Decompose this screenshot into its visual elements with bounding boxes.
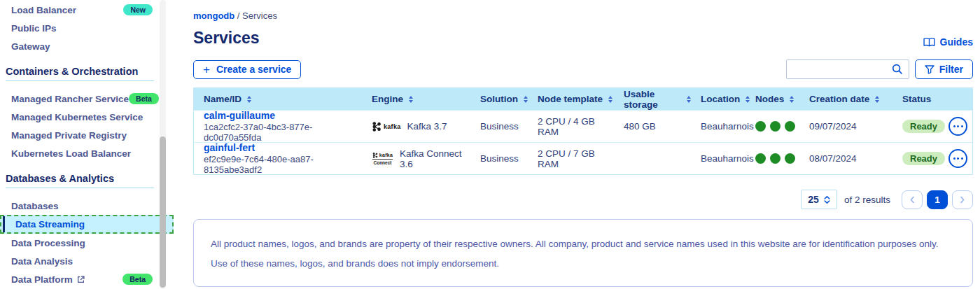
node-status-dot <box>770 153 780 164</box>
breadcrumb: mongodb / Services <box>193 10 973 21</box>
usable-storage-cell: 480 GB <box>614 111 691 143</box>
sidebar-item-data-platform[interactable]: Data Platform Beta <box>0 270 174 288</box>
section-divider <box>6 188 154 188</box>
node-status-dot <box>785 121 795 132</box>
sidebar: Load Balancer New Public IPs Gateway Con… <box>0 0 174 289</box>
column-header-nodes[interactable]: Nodes <box>746 88 799 110</box>
search-icon[interactable] <box>892 64 903 75</box>
external-link-icon <box>77 276 85 283</box>
sidebar-item-label: Managed Kubernetes Service <box>11 112 143 122</box>
table-header-row: Name/ID Engine Solution Node template Us… <box>194 88 972 110</box>
plus-icon: + <box>203 64 210 76</box>
sidebar-item-managed-rancher-service[interactable]: Managed Rancher Service Beta <box>0 90 174 108</box>
node-status-dot <box>770 121 780 132</box>
filter-button[interactable]: Filter <box>915 59 973 79</box>
column-header-creation-date[interactable]: Creation date <box>799 88 892 110</box>
name-id-cell: calm-guillaume 1ca2cfc2-37a0-4bc3-877e-d… <box>194 111 362 143</box>
sidebar-item-label: Managed Private Registry <box>11 130 127 141</box>
row-actions-menu-button[interactable] <box>948 117 967 136</box>
sidebar-heading-databases: Databases & Analytics <box>0 169 174 188</box>
sidebar-item-data-processing[interactable]: Data Processing <box>0 234 174 252</box>
guides-link[interactable]: Guides <box>923 36 973 48</box>
search-box <box>786 59 909 79</box>
beta-badge: Beta <box>122 274 153 286</box>
sidebar-item-label: Data Platform <box>11 274 73 285</box>
sort-icon[interactable] <box>790 96 794 103</box>
main-content: mongodb / Services Services Guides + Cre… <box>174 0 980 289</box>
name-id-cell: gainful-fert ef2c9e9e-7c64-480e-aa87-813… <box>194 143 362 175</box>
sidebar-item-databases[interactable]: Databases <box>0 197 174 215</box>
services-table: Name/ID Engine Solution Node template Us… <box>193 87 973 175</box>
actions-cell <box>943 111 972 143</box>
actions-cell <box>943 143 972 175</box>
location-cell: Beauharnois <box>691 111 746 143</box>
breadcrumb-parent-link[interactable]: mongodb <box>193 10 234 21</box>
column-header-solution[interactable]: Solution <box>470 88 528 110</box>
nodes-cell <box>746 111 799 143</box>
search-input[interactable] <box>791 64 892 75</box>
service-id: 1ca2cfc2-37a0-4bc3-877e-dc0d70a55fda <box>204 122 362 143</box>
sidebar-item-label: Data Analysis <box>11 256 73 267</box>
service-name-link[interactable]: gainful-fert <box>204 143 255 153</box>
sidebar-item-data-analysis[interactable]: Data Analysis <box>0 252 174 270</box>
sort-icon[interactable] <box>608 96 612 103</box>
engine-cell: kafka Kafka 3.7 <box>362 111 470 143</box>
sidebar-item-label: Load Balancer <box>11 5 76 15</box>
page-size-select[interactable]: 25 <box>801 190 837 209</box>
node-template-cell: 2 CPU / 7 GB RAM <box>528 143 614 175</box>
status-cell: Ready <box>892 143 943 175</box>
select-chevrons-icon <box>824 196 830 204</box>
sort-icon[interactable] <box>875 96 879 103</box>
service-name-link[interactable]: calm-guillaume <box>204 111 275 121</box>
sidebar-item-label: Data Processing <box>11 238 85 248</box>
service-id: ef2c9e9e-7c64-480e-aa87-8135abe3adf2 <box>204 155 362 175</box>
section-divider <box>6 80 154 81</box>
sidebar-item-label: Kubernetes Load Balancer <box>11 148 131 159</box>
create-service-button[interactable]: + Create a service <box>193 60 301 79</box>
column-header-name-id[interactable]: Name/ID <box>194 88 362 110</box>
sidebar-item-managed-kubernetes-service[interactable]: Managed Kubernetes Service <box>0 108 174 126</box>
breadcrumb-separator: / <box>237 10 240 21</box>
nodes-cell <box>746 143 799 175</box>
table-row: gainful-fert ef2c9e9e-7c64-480e-aa87-813… <box>194 142 972 174</box>
breadcrumb-current: Services <box>242 10 277 21</box>
sidebar-scrollbar-thumb[interactable] <box>160 136 166 288</box>
sidebar-item-load-balancer[interactable]: Load Balancer New <box>0 1 174 19</box>
sidebar-item-label: Data Streaming <box>15 219 85 230</box>
node-template-cell: 2 CPU / 4 GB RAM <box>528 111 614 143</box>
kafka-connect-logo-icon: kafka Connect <box>372 153 393 165</box>
row-actions-menu-button[interactable] <box>948 149 967 168</box>
table-row: calm-guillaume 1ca2cfc2-37a0-4bc3-877e-d… <box>194 110 972 142</box>
engine-label: Kafka Connect 3.6 <box>400 148 470 169</box>
column-header-status: Status <box>892 88 943 110</box>
column-header-actions <box>943 88 972 110</box>
column-header-node-template[interactable]: Node template <box>528 88 614 110</box>
next-page-button[interactable] <box>952 190 973 209</box>
results-count: of 2 results <box>844 195 890 205</box>
sidebar-item-public-ips[interactable]: Public IPs <box>0 19 174 37</box>
sort-icon[interactable] <box>247 96 251 103</box>
funnel-icon <box>925 65 934 74</box>
page-1-button[interactable]: 1 <box>927 190 948 209</box>
solution-cell: Business <box>470 111 528 143</box>
creation-date-cell: 08/07/2024 <box>799 143 892 175</box>
sort-icon[interactable] <box>409 96 413 103</box>
trademark-disclaimer: All product names, logos, and brands are… <box>193 219 973 287</box>
sidebar-item-managed-private-registry[interactable]: Managed Private Registry <box>0 126 174 144</box>
column-header-usable-storage[interactable]: Usable storage <box>614 88 691 110</box>
sidebar-item-data-streaming[interactable]: Data Streaming <box>0 215 174 234</box>
node-status-dot <box>755 121 766 132</box>
sidebar-item-gateway[interactable]: Gateway <box>0 37 174 55</box>
page-title: Services <box>193 29 260 48</box>
node-status-dot <box>755 153 766 164</box>
column-header-engine[interactable]: Engine <box>362 88 470 110</box>
app-window: Load Balancer New Public IPs Gateway Con… <box>0 0 980 289</box>
sidebar-item-kubernetes-load-balancer[interactable]: Kubernetes Load Balancer <box>0 144 174 162</box>
sidebar-heading-containers: Containers & Orchestration <box>0 62 174 80</box>
node-status-dot <box>785 153 795 164</box>
column-header-location[interactable]: Location <box>691 88 746 110</box>
beta-badge: Beta <box>129 93 159 105</box>
usable-storage-cell <box>614 143 691 175</box>
engine-cell: kafka Connect Kafka Connect 3.6 <box>362 143 470 175</box>
previous-page-button[interactable] <box>902 190 923 209</box>
